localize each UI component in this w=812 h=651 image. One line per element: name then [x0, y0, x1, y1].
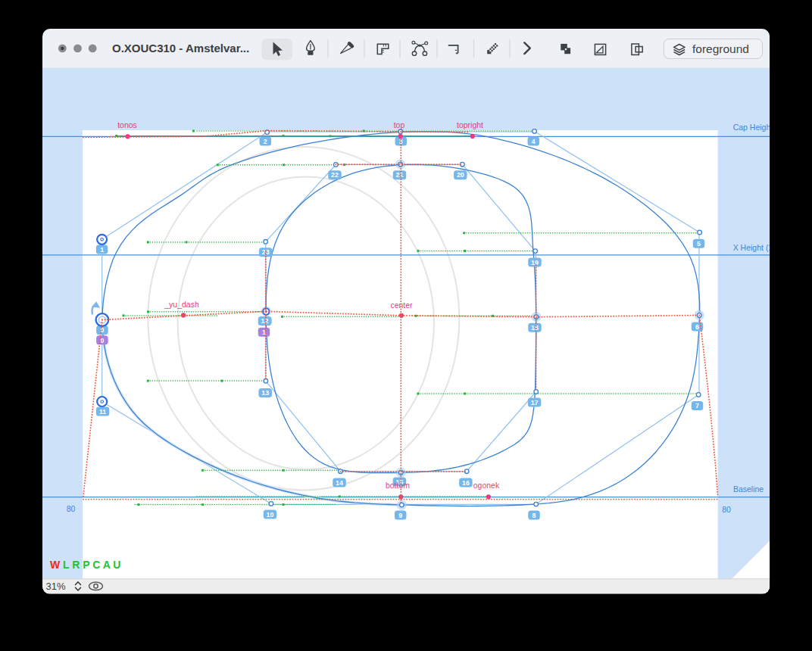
svg-text:2: 2 [264, 138, 267, 145]
svg-text:19: 19 [531, 259, 539, 266]
svg-text:23: 23 [262, 248, 270, 256]
svg-text:18: 18 [531, 324, 539, 332]
svg-text:20: 20 [457, 171, 464, 179]
svg-text:O.XOUC310 - Amstelvar...: O.XOUC310 - Amstelvar... [112, 42, 249, 55]
svg-text:8: 8 [532, 512, 536, 519]
svg-text:foreground: foreground [692, 42, 749, 55]
svg-text:tonos: tonos [117, 120, 137, 129]
svg-text:Cap Height: Cap Height [733, 123, 773, 132]
svg-text:16: 16 [462, 479, 470, 487]
svg-text:9: 9 [398, 512, 402, 519]
svg-text:80: 80 [67, 504, 76, 513]
svg-text:ogonek: ogonek [473, 481, 500, 490]
svg-text:5: 5 [697, 240, 701, 248]
svg-text:14: 14 [336, 479, 343, 487]
svg-text:22: 22 [331, 171, 339, 179]
svg-text:6: 6 [695, 323, 699, 331]
svg-text:center: center [390, 301, 413, 310]
svg-text:1: 1 [262, 329, 266, 336]
svg-text:10: 10 [267, 511, 274, 519]
svg-text:21: 21 [396, 171, 404, 179]
svg-text:13: 13 [261, 389, 269, 397]
svg-text:17: 17 [531, 399, 539, 406]
svg-text:W L R P C A U: W L R P C A U [50, 559, 120, 571]
svg-text:3: 3 [399, 138, 403, 145]
svg-text:31%: 31% [46, 581, 66, 592]
svg-text:80: 80 [722, 505, 731, 514]
svg-text:11: 11 [99, 408, 106, 416]
svg-text:Baseline: Baseline [733, 484, 764, 494]
svg-text:0: 0 [100, 337, 104, 344]
svg-text:_yu_dash: _yu_dash [164, 300, 199, 309]
svg-text:12: 12 [261, 317, 269, 325]
svg-text:X Height (1: X Height (1 [733, 243, 773, 252]
svg-text:7: 7 [695, 402, 699, 410]
svg-text:topright: topright [457, 120, 483, 129]
svg-text:top: top [394, 120, 405, 129]
svg-text:bottom: bottom [386, 481, 410, 490]
svg-text:1: 1 [100, 246, 104, 254]
svg-text:4: 4 [532, 138, 536, 145]
